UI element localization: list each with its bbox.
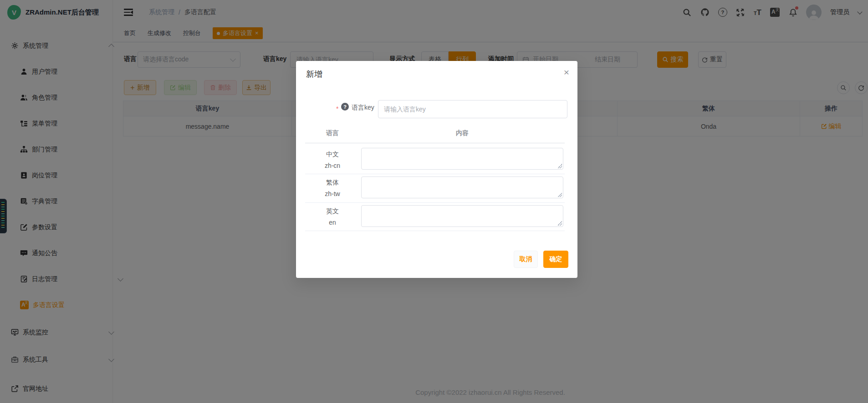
app-screen: V ZRAdmin.NET后台管理 系统管理 用户管理 角色管理 菜单管理 部门… (0, 0, 868, 403)
help-icon[interactable]: ? (341, 103, 349, 111)
lang-name: 中文 (326, 151, 339, 159)
content-textarea-en[interactable] (361, 205, 563, 227)
dialog-col-lang: 语言 (305, 129, 360, 137)
lang-name: 英文 (326, 207, 339, 216)
dialog-row-en: 英文 en (305, 202, 565, 231)
dialog-row-zh-cn: 中文 zh-cn (305, 146, 565, 174)
resize-handle-icon[interactable] (557, 164, 562, 168)
content-textarea-zh-cn[interactable] (361, 148, 563, 170)
lang-code: zh-cn (325, 162, 340, 169)
lang-code: zh-tw (325, 190, 340, 197)
cancel-button[interactable]: 取消 (514, 251, 538, 268)
dialog-row-zh-tw: 繁体 zh-tw (305, 174, 565, 203)
dialog-col-content: 内容 (360, 129, 565, 137)
header-divider (305, 143, 565, 143)
content-textarea-zh-tw[interactable] (361, 176, 563, 198)
dialog-key-label: 语言key (352, 104, 374, 112)
dialog-close-icon[interactable]: × (564, 67, 569, 77)
add-dialog: 新增 × * ? 语言key 语言 内容 中文 zh-cn 繁体 zh-tw (296, 61, 577, 278)
dialog-title: 新增 (306, 69, 322, 80)
lang-name: 繁体 (326, 179, 339, 187)
required-mark: * (336, 105, 338, 112)
confirm-button[interactable]: 确定 (543, 251, 568, 268)
resize-handle-icon[interactable] (557, 221, 562, 226)
lang-code: en (329, 219, 336, 226)
dialog-key-input[interactable] (378, 100, 567, 118)
resize-handle-icon[interactable] (557, 192, 562, 197)
